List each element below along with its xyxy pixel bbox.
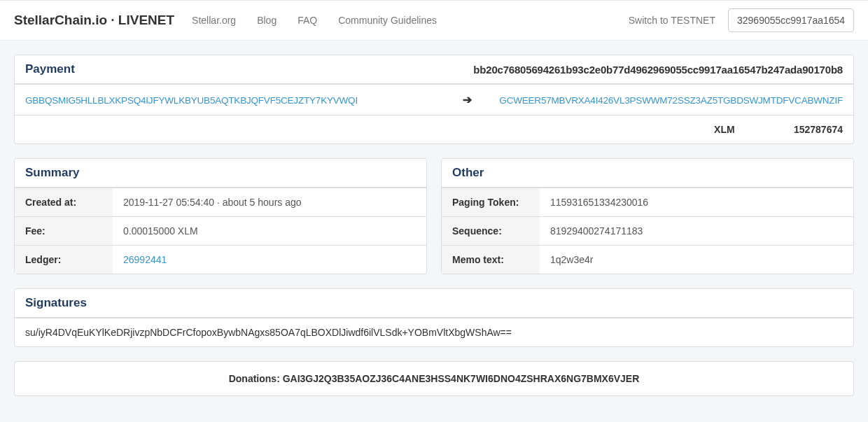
ledger-value-cell: 26992441 (113, 246, 426, 274)
table-row: Sequence: 81929400274171183 (442, 217, 853, 246)
to-address-link[interactable]: GCWEER57MBVRXA4I426VL3PSWWM72SSZ3AZ5TGBD… (499, 95, 843, 106)
fee-value: 0.00015000 XLM (113, 217, 426, 246)
other-heading: Other (442, 159, 853, 188)
table-row: Paging Token: 115931651334230016 (442, 188, 853, 217)
donations-box: Donations: GAI3GJ2Q3B35AOZJ36C4ANE3HSS4N… (14, 361, 854, 396)
nav-right: Switch to TESTNET (629, 8, 854, 32)
created-at-value: 2019-11-27 05:54:40 · about 5 hours ago (113, 188, 426, 217)
nav-link-blog[interactable]: Blog (257, 15, 276, 26)
from-cell: GBBQSMIG5HLLBLXKPSQ4IJFYWLKBYUB5AQTKBJQF… (15, 85, 446, 115)
transaction-hash: bb20c76805694261b93c2e0b77d4962969055cc9… (473, 64, 843, 76)
arrow-cell: ➔ (446, 85, 489, 115)
nav-link-stellar[interactable]: Stellar.org (192, 15, 236, 26)
arrow-right-icon: ➔ (463, 94, 472, 106)
payment-table: GBBQSMIG5HLLBLXKPSQ4IJFYWLKBYUB5AQTKBJQF… (15, 84, 853, 143)
table-row: Fee: 0.00015000 XLM (15, 217, 426, 246)
paging-token-label: Paging Token: (442, 188, 540, 217)
navbar: StellarChain.io · LIVENET Stellar.org Bl… (0, 0, 868, 41)
nav-link-guidelines[interactable]: Community Guidelines (338, 15, 437, 26)
ledger-label: Ledger: (15, 246, 113, 274)
signatures-heading: Signatures (15, 289, 853, 318)
sequence-value: 81929400274171183 (540, 217, 853, 246)
ledger-link[interactable]: 26992441 (123, 254, 167, 265)
payment-panel: Payment bb20c76805694261b93c2e0b77d49629… (14, 55, 854, 144)
main-container: Payment bb20c76805694261b93c2e0b77d49629… (0, 41, 868, 410)
paging-token-value: 115931651334230016 (540, 188, 853, 217)
payment-title: Payment (25, 62, 75, 76)
from-address-link[interactable]: GBBQSMIG5HLLBLXKPSQ4IJFYWLKBYUB5AQTKBJQF… (25, 95, 358, 106)
signatures-panel: Signatures su/iyR4DVqEuKYlKeDRjivzpNbDCF… (14, 288, 854, 347)
summary-table: Created at: 2019-11-27 05:54:40 · about … (15, 188, 426, 274)
asset-code: XLM (714, 124, 763, 135)
other-table: Paging Token: 115931651334230016 Sequenc… (442, 188, 853, 274)
other-title: Other (452, 166, 484, 179)
table-row: Created at: 2019-11-27 05:54:40 · about … (15, 188, 426, 217)
fee-label: Fee: (15, 217, 113, 246)
sequence-label: Sequence: (442, 217, 540, 246)
memo-value: 1q2w3e4r (540, 246, 853, 274)
nav-links: Stellar.org Blog FAQ Community Guideline… (192, 15, 437, 26)
other-panel: Other Paging Token: 115931651334230016 S… (441, 158, 854, 274)
amount-cell: XLM 152787674 (489, 115, 853, 144)
table-row: Memo text: 1q2w3e4r (442, 246, 853, 274)
search-input[interactable] (728, 8, 854, 32)
to-cell: GCWEER57MBVRXA4I426VL3PSWWM72SSZ3AZ5TGBD… (489, 85, 853, 115)
table-row: Ledger: 26992441 (15, 246, 426, 274)
signature-value: su/iyR4DVqEuKYlKeDRjivzpNbDCFrCfopoxBywb… (15, 318, 853, 346)
amount-row: XLM 152787674 (15, 115, 853, 144)
payment-header: Payment bb20c76805694261b93c2e0b77d49629… (15, 55, 853, 84)
summary-panel: Summary Created at: 2019-11-27 05:54:40 … (14, 158, 427, 274)
nav-link-faq[interactable]: FAQ (298, 15, 317, 26)
address-row: GBBQSMIG5HLLBLXKPSQ4IJFYWLKBYUB5AQTKBJQF… (15, 85, 853, 115)
memo-label: Memo text: (442, 246, 540, 274)
amount-pad (15, 115, 489, 144)
created-at-label: Created at: (15, 188, 113, 217)
info-row: Summary Created at: 2019-11-27 05:54:40 … (14, 158, 854, 288)
brand[interactable]: StellarChain.io · LIVENET (14, 13, 174, 28)
amount-value: 152787674 (766, 124, 843, 135)
switch-network-link[interactable]: Switch to TESTNET (629, 15, 715, 26)
summary-heading: Summary (15, 159, 426, 188)
signatures-title: Signatures (25, 296, 87, 309)
summary-title: Summary (25, 166, 79, 179)
